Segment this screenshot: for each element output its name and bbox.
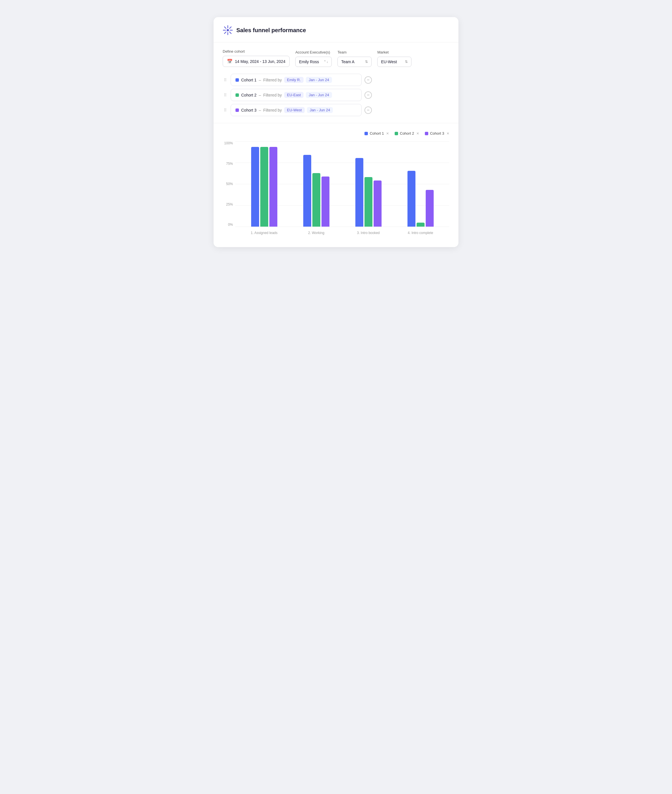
sales-funnel-card: Sales funnel performance Define cohort 📅… xyxy=(214,17,458,247)
svg-line-7 xyxy=(229,27,231,29)
cohort-row-2: ⠿ Cohort 2 – Filtered by EU-East Jan - J… xyxy=(223,89,449,101)
cohort-filter-value-3[interactable]: EU-West xyxy=(284,107,305,113)
y-label-75: 75% xyxy=(226,162,235,166)
bar-4-cohort3 xyxy=(426,190,434,227)
bars-container xyxy=(235,141,449,227)
legend-label-2: Cohort 2 xyxy=(400,131,414,136)
brand-logo-icon xyxy=(223,25,233,35)
bar-4-cohort2 xyxy=(417,223,424,227)
cohort-dot-3 xyxy=(235,109,239,112)
cohort-date-3[interactable]: Jan - Jun 24 xyxy=(307,107,333,113)
market-select[interactable]: EU-West ⇅ xyxy=(377,57,411,67)
date-range-value: 14 May, 2024 - 13 Jun, 2024 xyxy=(235,59,285,64)
cohort-date-1[interactable]: Jan - Jun 24 xyxy=(306,77,332,83)
y-label-50: 50% xyxy=(226,182,235,186)
cohort-row-3: ⠿ Cohort 3 – Filtered by EU-West Jan - J… xyxy=(223,104,449,116)
cohort-pill-2: Cohort 2 – Filtered by EU-East Jan - Jun… xyxy=(230,89,362,101)
legend-label-3: Cohort 3 xyxy=(430,131,444,136)
bar-4-cohort1 xyxy=(408,171,416,227)
account-executive-label: Account Executive(s) xyxy=(295,50,332,54)
market-group: Market EU-West ⇅ xyxy=(377,50,411,67)
bar-2-cohort1 xyxy=(303,155,311,227)
cohort-filter-label-3: Filtered by xyxy=(263,108,282,112)
svg-point-0 xyxy=(227,29,229,31)
bar-1-cohort2 xyxy=(260,147,268,227)
cohort-name-3: Cohort 3 xyxy=(241,108,256,112)
cohort-filter-label-1: Filtered by xyxy=(263,78,282,82)
legend-dot-1 xyxy=(365,132,368,135)
y-label-25: 25% xyxy=(226,203,235,206)
account-executive-value: Emily Ross xyxy=(299,59,319,64)
svg-line-6 xyxy=(229,32,231,34)
page-title: Sales funnel performance xyxy=(236,27,306,34)
remove-cohort-1-button[interactable]: − xyxy=(365,76,372,84)
chevron-down-icon-market: ⇅ xyxy=(405,60,408,64)
bar-3-cohort1 xyxy=(355,158,363,227)
market-label: Market xyxy=(377,50,411,54)
chart-area: 100% 75% 50% 25% 0% xyxy=(214,141,458,238)
cohort-list: ⠿ Cohort 1 – Filtered by Emily R. Jan - … xyxy=(223,74,449,116)
bar-group-1 xyxy=(251,147,277,227)
calendar-icon: 📅 xyxy=(227,59,233,64)
remove-cohort-2-button[interactable]: − xyxy=(365,91,372,99)
y-label-100: 100% xyxy=(224,141,235,145)
bar-2-cohort3 xyxy=(322,176,330,227)
legend-dot-3 xyxy=(425,132,428,135)
chart-section: Cohort 1 ✕ Cohort 2 ✕ Cohort 3 ✕ 100% 75… xyxy=(214,123,458,247)
cohort-name-2: Cohort 2 xyxy=(241,93,256,97)
x-label-1: 1. Assigned leads xyxy=(238,231,290,235)
bar-group-3 xyxy=(355,158,382,227)
legend-remove-1[interactable]: ✕ xyxy=(386,131,389,136)
team-label: Team xyxy=(338,50,371,54)
market-value: EU-West xyxy=(381,59,397,64)
drag-handle-2[interactable]: ⠿ xyxy=(223,92,228,99)
y-label-0: 0% xyxy=(228,223,235,227)
cohort-row-1: ⠿ Cohort 1 – Filtered by Emily R. Jan - … xyxy=(223,74,449,86)
cohort-pill-3: Cohort 3 – Filtered by EU-West Jan - Jun… xyxy=(230,104,362,116)
account-executive-select[interactable]: Emily Ross ⌃↓ xyxy=(295,57,332,67)
cohort-pill-1: Cohort 1 – Filtered by Emily R. Jan - Ju… xyxy=(230,74,362,86)
cohort-dot-2 xyxy=(235,93,239,97)
legend-cohort-1: Cohort 1 ✕ xyxy=(365,131,389,136)
svg-line-8 xyxy=(224,32,226,34)
account-executive-group: Account Executive(s) Emily Ross ⌃↓ xyxy=(295,50,332,67)
drag-handle-1[interactable]: ⠿ xyxy=(223,77,228,83)
chart-legend: Cohort 1 ✕ Cohort 2 ✕ Cohort 3 ✕ xyxy=(214,128,458,141)
bar-group-2 xyxy=(303,155,330,227)
legend-cohort-2: Cohort 2 ✕ xyxy=(395,131,419,136)
cohort-sep-1: – xyxy=(259,78,261,82)
legend-cohort-3: Cohort 3 ✕ xyxy=(425,131,449,136)
date-range-input[interactable]: 📅 14 May, 2024 - 13 Jun, 2024 xyxy=(223,56,290,67)
y-axis: 100% 75% 50% 25% 0% xyxy=(223,141,235,227)
bar-group-4 xyxy=(408,171,434,227)
filter-row: Define cohort 📅 14 May, 2024 - 13 Jun, 2… xyxy=(223,49,449,67)
svg-line-5 xyxy=(224,27,226,29)
cohort-filter-value-2[interactable]: EU-East xyxy=(284,92,304,98)
x-label-4: 4. Intro complete xyxy=(394,231,446,235)
cohort-name-1: Cohort 1 xyxy=(241,78,256,82)
bar-1-cohort3 xyxy=(269,147,277,227)
legend-dot-2 xyxy=(395,132,398,135)
cohort-filter-label-2: Filtered by xyxy=(263,93,282,97)
chevron-down-icon-team: ⇅ xyxy=(365,60,368,64)
cohort-filter-value-1[interactable]: Emily R. xyxy=(284,77,304,83)
x-label-2: 2. Working xyxy=(290,231,342,235)
cohort-sep-3: – xyxy=(259,108,261,112)
legend-remove-2[interactable]: ✕ xyxy=(416,131,419,136)
chart-inner: 100% 75% 50% 25% 0% xyxy=(223,141,449,238)
team-group: Team Team A ⇅ xyxy=(338,50,371,67)
bar-1-cohort1 xyxy=(251,147,259,227)
team-select[interactable]: Team A ⇅ xyxy=(338,57,371,67)
cohort-sep-2: – xyxy=(259,93,261,97)
team-value: Team A xyxy=(341,59,355,64)
legend-remove-3[interactable]: ✕ xyxy=(446,131,449,136)
filter-section: Define cohort 📅 14 May, 2024 - 13 Jun, 2… xyxy=(214,42,458,123)
bar-3-cohort2 xyxy=(365,177,373,227)
legend-label-1: Cohort 1 xyxy=(370,131,384,136)
remove-cohort-3-button[interactable]: − xyxy=(365,107,372,114)
define-cohort-group: Define cohort 📅 14 May, 2024 - 13 Jun, 2… xyxy=(223,49,290,67)
x-labels: 1. Assigned leads 2. Working 3. Intro bo… xyxy=(235,228,449,238)
cohort-date-2[interactable]: Jan - Jun 24 xyxy=(306,92,332,98)
drag-handle-3[interactable]: ⠿ xyxy=(223,107,228,113)
bar-2-cohort2 xyxy=(312,173,320,227)
